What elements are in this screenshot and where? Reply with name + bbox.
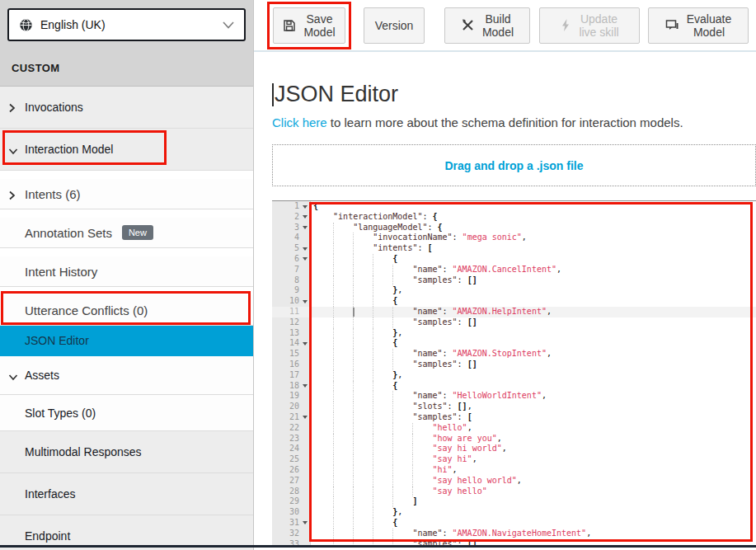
indent-guide <box>353 285 373 296</box>
code-line[interactable]: }, <box>311 285 756 296</box>
code-line[interactable]: }, <box>311 370 756 381</box>
fold-arrow-icon[interactable] <box>303 384 308 388</box>
fold-arrow-icon[interactable] <box>303 342 308 346</box>
sidebar-item-intent-history[interactable]: Intent History <box>0 256 253 287</box>
indent-guide <box>392 454 412 465</box>
json-punctuation: [] <box>458 402 467 411</box>
sidebar-item-label: Intents (6) <box>25 187 81 201</box>
sidebar-item-multimodal-responses[interactable]: Multimodal Responses <box>0 431 253 473</box>
code-line[interactable]: ] <box>311 496 756 507</box>
sidebar-item-interfaces[interactable]: Interfaces <box>0 473 253 515</box>
code-line[interactable]: "samples": [] <box>311 360 756 370</box>
code-line[interactable]: "how are you", <box>311 434 756 444</box>
indent-guide <box>412 444 432 454</box>
fold-arrow-icon[interactable] <box>303 416 308 419</box>
indent-guide <box>392 444 412 454</box>
indent-guide <box>392 434 412 444</box>
code-line[interactable]: "name": "HelloWorldIntent", <box>311 391 756 402</box>
indent-guide <box>353 496 373 507</box>
gutter-line-number: 15 <box>272 349 310 360</box>
fold-arrow-icon[interactable] <box>303 205 308 209</box>
save-model-button[interactable]: SaveModel <box>273 7 345 44</box>
alexa-developer-console: English (UK) CUSTOM InvocationsInteracti… <box>0 0 756 550</box>
indent-guide <box>412 476 432 487</box>
editor-code-area[interactable]: {"interactionModel": {"languageModel": {… <box>311 201 756 546</box>
code-line[interactable]: }, <box>311 328 756 339</box>
sidebar-item-slot-types-0[interactable]: Slot Types (0) <box>0 395 253 431</box>
fold-arrow-icon[interactable] <box>303 521 308 524</box>
code-line[interactable]: }, <box>311 507 756 518</box>
code-line[interactable]: { <box>311 381 756 392</box>
code-line[interactable]: "say hello" <box>311 487 756 497</box>
code-line[interactable]: { <box>311 518 756 529</box>
indent-guide <box>373 338 392 349</box>
indent-guide <box>392 317 412 328</box>
code-line[interactable]: { <box>311 296 756 307</box>
indent-guide <box>373 434 392 444</box>
sidebar-item-label: Invocations <box>25 101 83 114</box>
code-line[interactable]: "name": "AMAZON.CancelIntent", <box>311 265 756 275</box>
page-title-row: JSON Editor <box>272 82 756 107</box>
fold-arrow-icon[interactable] <box>303 247 308 251</box>
json-dropzone[interactable]: Drag and drop a .json file <box>272 144 756 186</box>
sidebar-item-utterance-conflicts-0[interactable]: Utterance Conflicts (0) <box>0 295 253 326</box>
fold-arrow-icon[interactable] <box>303 226 308 229</box>
indent-guide <box>392 349 412 360</box>
version-button[interactable]: Version <box>364 7 425 44</box>
toolbar: SaveModelVersionBuildModelUpdatelive ski… <box>254 0 756 52</box>
code-line[interactable]: "name": "AMAZON.NavigateHomeIntent", <box>311 529 756 539</box>
indent-guide <box>353 391 373 402</box>
code-line[interactable]: "hi", <box>311 465 756 476</box>
json-string: "say hi" <box>432 454 472 463</box>
fold-arrow-icon[interactable] <box>303 300 308 303</box>
language-dropdown[interactable]: English (UK) <box>7 8 246 41</box>
click-here-link[interactable]: Click here <box>272 115 327 129</box>
json-key: "samples" <box>412 275 457 284</box>
evaluate-model-button[interactable]: EvaluateModel <box>648 7 749 44</box>
gutter-line-number: 26 <box>272 465 310 476</box>
sidebar-item-json-editor[interactable]: JSON Editor <box>0 326 253 356</box>
sidebar-item-interaction-model[interactable]: Interaction Model <box>0 129 253 171</box>
code-line[interactable]: { <box>311 338 756 349</box>
json-punctuation: ] <box>412 496 417 505</box>
code-line[interactable]: "intents": [ <box>311 243 756 254</box>
code-line[interactable]: "samples": [] <box>311 317 756 328</box>
code-line[interactable]: "name": "AMAZON.StopIntent", <box>311 349 756 360</box>
build-model-button[interactable]: BuildModel <box>444 7 530 44</box>
code-line[interactable]: "languageModel": { <box>311 223 756 233</box>
code-line[interactable]: "slots": [], <box>311 402 756 412</box>
json-punctuation: : <box>458 360 467 369</box>
indent-guide <box>313 476 333 487</box>
code-line[interactable]: "say hello world", <box>311 476 756 487</box>
indent-guide <box>313 391 333 402</box>
code-line[interactable]: { <box>311 254 756 265</box>
code-line[interactable]: { <box>311 201 756 212</box>
code-line[interactable]: "invocationName": "mega sonic", <box>311 233 756 243</box>
indent-guide <box>392 360 412 370</box>
indent-guide <box>373 454 392 465</box>
code-editor[interactable]: 1234567891011121314151617181920212223242… <box>272 200 756 546</box>
sidebar-item-label: Interaction Model <box>25 143 113 156</box>
sidebar-item-intents-6[interactable]: Intents (6) <box>0 179 253 209</box>
indent-guide <box>333 296 353 307</box>
sidebar-item-annotation-sets[interactable]: Annotation SetsNew <box>0 218 253 248</box>
indent-guide <box>392 391 412 402</box>
code-line[interactable]: "samples": [ <box>311 412 756 423</box>
indent-guide <box>392 307 412 317</box>
gutter-line-number: 11 <box>272 307 310 317</box>
json-string: "AMAZON.CancelIntent" <box>453 265 556 274</box>
code-line[interactable]: "interactionModel": { <box>311 212 756 223</box>
code-line[interactable]: "name": "AMAZON.HelpIntent", <box>311 307 756 317</box>
indent-guide <box>373 402 392 412</box>
sidebar-item-assets[interactable]: Assets <box>0 356 253 395</box>
indent-guide <box>373 391 392 402</box>
json-punctuation: : <box>448 402 458 411</box>
fold-arrow-icon[interactable] <box>303 257 308 261</box>
code-line[interactable]: "samples": [] <box>311 275 756 286</box>
sidebar-item-label: JSON Editor <box>25 334 89 347</box>
fold-arrow-icon[interactable] <box>303 215 308 219</box>
code-line[interactable]: "hello", <box>311 423 756 434</box>
code-line[interactable]: "say hi", <box>311 454 756 465</box>
sidebar-item-invocations[interactable]: Invocations <box>0 87 253 129</box>
code-line[interactable]: "say hi world", <box>311 444 756 454</box>
